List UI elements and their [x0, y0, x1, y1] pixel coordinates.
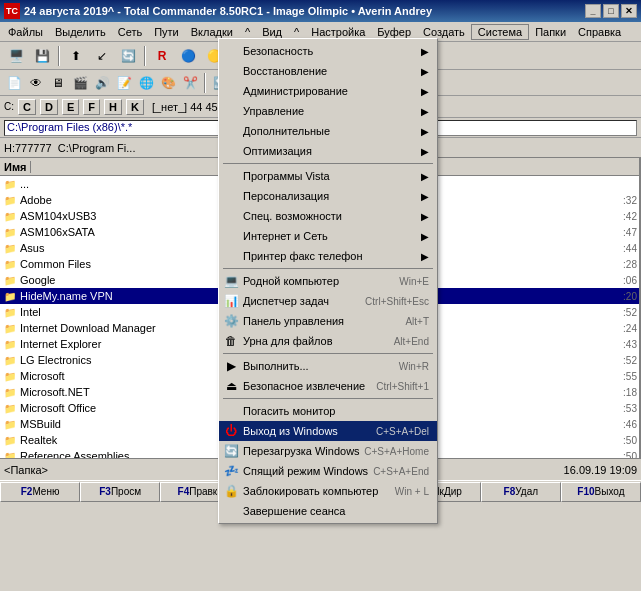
submenu-arrow: ▶	[421, 106, 429, 117]
menu-item-internet_set[interactable]: Интернет и Сеть▶	[219, 226, 437, 246]
menu-item-urna[interactable]: 🗑Урна для файловAlt+End	[219, 331, 437, 351]
drive-e[interactable]: E	[62, 99, 79, 115]
panel-path: C:\Program Fi...	[58, 142, 136, 154]
submenu-arrow: ▶	[421, 231, 429, 242]
file-date: :46	[557, 419, 637, 430]
menu-item-dopolnitelnye[interactable]: Дополнительные▶	[219, 121, 437, 141]
maximize-button[interactable]: □	[603, 4, 619, 18]
menu-label: Администрирование	[243, 85, 348, 97]
tb-save[interactable]: 💾	[30, 45, 54, 67]
submenu-arrow: ▶	[421, 86, 429, 97]
drive-c[interactable]: C	[18, 99, 36, 115]
tb-sep1	[58, 46, 60, 66]
file-icon: 📁	[2, 336, 18, 352]
file-icon: 📁	[2, 176, 18, 192]
menu-spravka[interactable]: Справка	[572, 24, 627, 40]
tb2-btn8[interactable]: 🎨	[158, 72, 178, 94]
trash-icon: 🗑	[223, 333, 239, 349]
menu-paths[interactable]: Пути	[148, 24, 185, 40]
shortcut-label: Win + L	[395, 486, 429, 497]
drive-k[interactable]: K	[126, 99, 144, 115]
menu-separator	[223, 268, 433, 269]
file-date: :55	[557, 371, 637, 382]
tb-new[interactable]: 🖥️	[4, 45, 28, 67]
menu-item-zavershenie[interactable]: Завершение сеанса	[219, 501, 437, 521]
file-icon: 📁	[2, 384, 18, 400]
menu-label: Интернет и Сеть	[243, 230, 328, 242]
menu-item-pogasit_monitor[interactable]: Погасить монитор	[219, 401, 437, 421]
menu-item-personalizaciya[interactable]: Персонализация▶	[219, 186, 437, 206]
menu-item-vypolnit[interactable]: ▶Выполнить...Win+R	[219, 356, 437, 376]
menu-item-administrirovanie[interactable]: Администрирование▶	[219, 81, 437, 101]
submenu-arrow: ▶	[421, 66, 429, 77]
menu-item-bezopasnoe_izvlechenie[interactable]: ⏏Безопасное извлечениеCtrl+Shift+1	[219, 376, 437, 396]
menu-label: Дополнительные	[243, 125, 330, 137]
tb-refresh[interactable]: 🔄	[116, 45, 140, 67]
tb2-btn3[interactable]: 🖥	[48, 72, 68, 94]
fn-f3[interactable]: F3Просм	[80, 482, 160, 502]
menu-sistema[interactable]: Система	[471, 24, 529, 40]
menu-separator	[223, 163, 433, 164]
file-date: :24	[557, 323, 637, 334]
drive-h[interactable]: H	[104, 99, 122, 115]
tb-icon1[interactable]: 🔵	[176, 45, 200, 67]
drive-f[interactable]: F	[83, 99, 100, 115]
tb2-btn5[interactable]: 🔊	[92, 72, 112, 94]
menu-label: Управление	[243, 105, 304, 117]
menu-select[interactable]: Выделить	[49, 24, 112, 40]
menu-files[interactable]: Файлы	[2, 24, 49, 40]
title-bar: TC 24 августа 2019^ - Total Commander 8.…	[0, 0, 641, 22]
menu-label: Восстановление	[243, 65, 327, 77]
menu-item-perezagruzka[interactable]: 🔄Перезагрузка WindowsC+S+A+Home	[219, 441, 437, 461]
submenu-arrow: ▶	[421, 146, 429, 157]
file-date: :18	[557, 387, 637, 398]
tb2-btn1[interactable]: 📄	[4, 72, 24, 94]
shortcut-label: C+S+A+Home	[364, 446, 429, 457]
menu-label: Перезагрузка Windows	[243, 445, 360, 457]
file-icon: 📁	[2, 416, 18, 432]
file-icon: 📁	[2, 352, 18, 368]
menu-item-vyhod_windows[interactable]: ⏻Выход из WindowsC+S+A+Del	[219, 421, 437, 441]
path-text: C:\Program Files (x86)\*.*	[7, 121, 132, 133]
minimize-button[interactable]: _	[585, 4, 601, 18]
tb-r[interactable]: R	[150, 45, 174, 67]
menu-papki[interactable]: Папки	[529, 24, 572, 40]
fn-f10[interactable]: F10Выход	[561, 482, 641, 502]
tb2-btn4[interactable]: 🎬	[70, 72, 90, 94]
menu-item-printer_faks[interactable]: Принтер факс телефон▶	[219, 246, 437, 266]
submenu-arrow: ▶	[421, 191, 429, 202]
drive-d[interactable]: D	[40, 99, 58, 115]
menu-item-spec_vozmozhnosti[interactable]: Спец. возможности▶	[219, 206, 437, 226]
fn-label: Удал	[515, 486, 538, 497]
tb2-btn9[interactable]: ✂️	[180, 72, 200, 94]
fn-f8[interactable]: F8Удал	[481, 482, 561, 502]
menu-item-rodnoj_kompyuter[interactable]: 💻Родной компьютерWin+E	[219, 271, 437, 291]
menu-item-panel_upravleniya[interactable]: ⚙️Панель управленияAlt+T	[219, 311, 437, 331]
tb-up[interactable]: ⬆	[64, 45, 88, 67]
sleep-icon: 💤	[223, 463, 239, 479]
menu-item-dispetcher_zadach[interactable]: 📊Диспетчер задачCtrl+Shift+Esc	[219, 291, 437, 311]
tb-down[interactable]: ↙	[90, 45, 114, 67]
menu-item-spyashchij_rezhim[interactable]: 💤Спящий режим WindowsC+S+A+End	[219, 461, 437, 481]
tb2-btn2[interactable]: 👁	[26, 72, 46, 94]
tb2-btn6[interactable]: 📝	[114, 72, 134, 94]
menu-label: Безопасное извлечение	[243, 380, 365, 392]
fn-label: Просм	[111, 486, 141, 497]
file-date: :52	[557, 355, 637, 366]
menu-item-optimizaciya[interactable]: Оптимизация▶	[219, 141, 437, 161]
menu-item-programmy_vista[interactable]: Программы Vista▶	[219, 166, 437, 186]
menu-item-vosstanovlenie[interactable]: Восстановление▶	[219, 61, 437, 81]
menu-net[interactable]: Сеть	[112, 24, 148, 40]
file-date: :42	[557, 211, 637, 222]
shortcut-label: C+S+A+End	[373, 466, 429, 477]
file-icon: 📁	[2, 224, 18, 240]
fn-f2[interactable]: F2Меню	[0, 482, 80, 502]
file-date: :52	[557, 307, 637, 318]
file-date: :47	[557, 227, 637, 238]
tb2-btn7[interactable]: 🌐	[136, 72, 156, 94]
menu-item-bezopasnost[interactable]: Безопасность▶	[219, 41, 437, 61]
menu-item-upravlenie[interactable]: Управление▶	[219, 101, 437, 121]
close-button[interactable]: ✕	[621, 4, 637, 18]
menu-item-zablokirovat[interactable]: 🔒Заблокировать компьютерWin + L	[219, 481, 437, 501]
menu-label: Персонализация	[243, 190, 329, 202]
